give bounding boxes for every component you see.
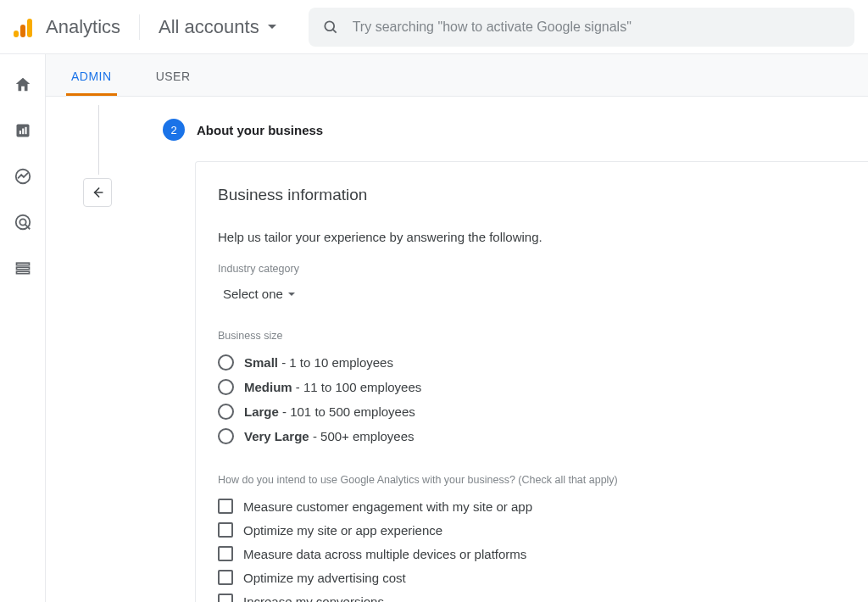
tab-user[interactable]: USER: [151, 58, 196, 96]
intend-option[interactable]: Increase my conversions: [218, 589, 846, 602]
svg-rect-9: [16, 263, 29, 265]
business-size-option-label: Large - 101 to 500 employees: [244, 404, 415, 419]
checkbox-icon: [218, 546, 233, 561]
step-title: About your business: [197, 123, 323, 137]
admin-tabs: ADMIN USER: [46, 54, 868, 97]
advertising-icon[interactable]: [13, 212, 33, 232]
analytics-logo: [14, 17, 32, 37]
checkbox-icon: [218, 522, 233, 538]
checkbox-icon: [218, 570, 233, 585]
caret-down-icon: [268, 25, 276, 29]
wizard-timeline: [98, 105, 99, 175]
account-switcher[interactable]: All accounts: [152, 13, 283, 42]
intend-option[interactable]: Measure customer engagement with my site…: [218, 494, 846, 518]
intend-label: How do you intend to use Google Analytic…: [218, 474, 846, 486]
svg-rect-10: [16, 267, 29, 270]
industry-label: Industry category: [218, 263, 846, 275]
business-size-option-label: Medium - 11 to 100 employees: [244, 380, 421, 394]
intend-option[interactable]: Measure data across multiple devices or …: [218, 542, 846, 566]
business-size-option-label: Small - 1 to 10 employees: [244, 355, 393, 370]
industry-select-value: Select one: [223, 287, 283, 301]
svg-rect-5: [25, 127, 26, 134]
divider: [139, 14, 140, 40]
intend-option[interactable]: Optimize my advertising cost: [218, 566, 846, 589]
radio-icon: [218, 379, 234, 395]
search-placeholder: Try searching "how to activate Google si…: [353, 20, 841, 35]
intend-option-label: Measure customer engagement with my site…: [243, 499, 532, 514]
tab-admin[interactable]: ADMIN: [66, 58, 117, 96]
business-size-label: Business size: [218, 330, 846, 342]
business-size-option[interactable]: Very Large - 500+ employees: [218, 424, 846, 449]
search-icon: [322, 19, 339, 36]
step-number-badge: 2: [163, 119, 185, 141]
card-heading: Business information: [218, 186, 846, 204]
intend-option-label: Optimize my site or app experience: [243, 523, 442, 538]
radio-icon: [218, 428, 234, 444]
intend-option[interactable]: Optimize my site or app experience: [218, 518, 846, 542]
industry-select[interactable]: Select one: [218, 283, 300, 304]
configure-icon[interactable]: [13, 258, 33, 278]
svg-rect-11: [16, 271, 29, 274]
radio-icon: [218, 354, 234, 371]
caret-down-icon: [288, 293, 295, 296]
top-header: Analytics All accounts Try searching "ho…: [0, 0, 868, 54]
content-area: 2 About your business Business informati…: [46, 97, 868, 602]
explore-icon[interactable]: [13, 166, 33, 187]
business-size-option[interactable]: Small - 1 to 10 employees: [218, 350, 846, 375]
svg-point-8: [19, 219, 25, 225]
business-info-card: Business information Help us tailor your…: [195, 161, 868, 602]
home-icon[interactable]: [13, 75, 33, 95]
app-title: Analytics: [46, 16, 120, 38]
intend-option-label: Increase my conversions: [243, 594, 384, 603]
svg-rect-4: [22, 129, 24, 135]
search-box[interactable]: Try searching "how to activate Google si…: [309, 8, 854, 47]
account-label: All accounts: [159, 16, 259, 38]
intend-option-label: Measure data across multiple devices or …: [243, 547, 526, 561]
reports-icon[interactable]: [13, 120, 33, 141]
back-button[interactable]: [83, 178, 112, 207]
svg-rect-3: [19, 131, 20, 134]
checkbox-icon: [218, 594, 233, 602]
step-header: 2 About your business: [163, 119, 323, 141]
left-nav-rail: [0, 54, 46, 602]
business-size-option[interactable]: Large - 101 to 500 employees: [218, 399, 846, 424]
business-size-option[interactable]: Medium - 11 to 100 employees: [218, 375, 846, 399]
svg-line-1: [332, 29, 336, 32]
business-size-option-label: Very Large - 500+ employees: [244, 429, 415, 443]
intend-option-label: Optimize my advertising cost: [243, 571, 406, 585]
radio-icon: [218, 404, 234, 420]
checkbox-icon: [218, 499, 233, 514]
card-subtext: Help us tailor your experience by answer…: [218, 230, 846, 244]
svg-point-0: [325, 21, 334, 31]
